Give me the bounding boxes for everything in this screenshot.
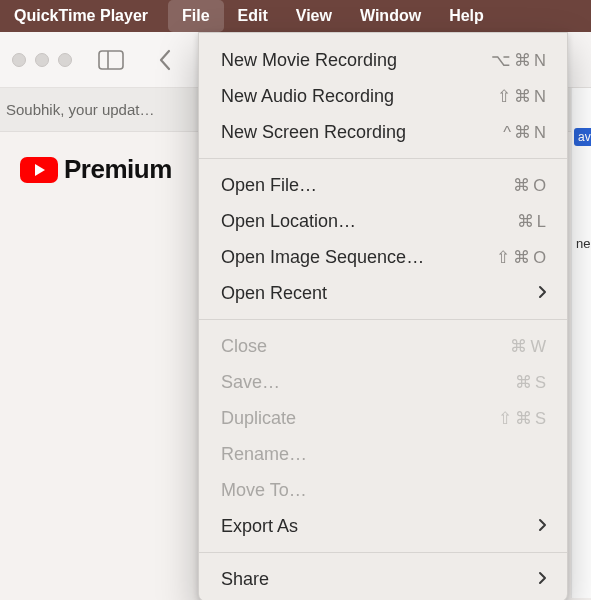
menu-item-label: Open Location… <box>221 211 517 232</box>
menu-item-shortcut: ⇧⌘O <box>496 248 547 267</box>
premium-text: Premium <box>64 154 172 185</box>
menu-item-shortcut: ⇧⌘N <box>497 87 547 106</box>
menu-view[interactable]: View <box>282 0 346 32</box>
sidebar-text-fragment: ne <box>576 236 590 251</box>
menu-item-shortcut: ⇧⌘S <box>498 409 547 428</box>
menu-item-move-to: Move To… <box>199 472 567 508</box>
menu-item-open-file[interactable]: Open File…⌘O <box>199 167 567 203</box>
menu-separator <box>199 158 567 159</box>
menu-item-close: Close⌘W <box>199 328 567 364</box>
chevron-right-icon <box>538 516 547 537</box>
menu-item-label: New Movie Recording <box>221 50 491 71</box>
menu-separator <box>199 319 567 320</box>
menu-item-open-image-sequence[interactable]: Open Image Sequence…⇧⌘O <box>199 239 567 275</box>
chevron-right-icon <box>538 569 547 590</box>
menu-item-label: Rename… <box>221 444 547 465</box>
menu-item-label: Save… <box>221 372 515 393</box>
menubar: QuickTime Player File Edit View Window H… <box>0 0 591 32</box>
menu-item-new-screen-recording[interactable]: New Screen Recording^⌘N <box>199 114 567 150</box>
back-button[interactable] <box>150 45 180 75</box>
window-minimize-icon[interactable] <box>35 53 49 67</box>
menu-item-label: Close <box>221 336 510 357</box>
chevron-right-icon <box>538 283 547 304</box>
menu-item-open-recent[interactable]: Open Recent <box>199 275 567 311</box>
menu-item-export-as[interactable]: Export As <box>199 508 567 544</box>
menu-item-save: Save…⌘S <box>199 364 567 400</box>
menu-item-new-movie-recording[interactable]: New Movie Recording⌥⌘N <box>199 42 567 78</box>
menu-edit[interactable]: Edit <box>224 0 282 32</box>
menu-item-new-audio-recording[interactable]: New Audio Recording⇧⌘N <box>199 78 567 114</box>
window-close-icon[interactable] <box>12 53 26 67</box>
menu-item-open-location[interactable]: Open Location…⌘L <box>199 203 567 239</box>
tab-title: Soubhik, your updat… <box>6 101 154 118</box>
menu-item-label: Duplicate <box>221 408 498 429</box>
right-sidebar-fragment: av ne <box>571 88 591 598</box>
menu-item-label: Export As <box>221 516 538 537</box>
youtube-play-icon <box>20 157 58 183</box>
menu-item-label: New Audio Recording <box>221 86 497 107</box>
menu-item-rename: Rename… <box>199 436 567 472</box>
sidebar-chip: av <box>574 128 591 146</box>
menu-item-share[interactable]: Share <box>199 561 567 597</box>
file-menu-dropdown: New Movie Recording⌥⌘NNew Audio Recordin… <box>198 32 568 600</box>
app-name: QuickTime Player <box>14 7 148 25</box>
menu-item-duplicate: Duplicate⇧⌘S <box>199 400 567 436</box>
menu-item-shortcut: ⌘O <box>513 176 547 195</box>
window-zoom-icon[interactable] <box>58 53 72 67</box>
svg-rect-0 <box>99 51 123 69</box>
menu-item-label: Share <box>221 569 538 590</box>
menu-file[interactable]: File <box>168 0 224 32</box>
menu-item-label: Open File… <box>221 175 513 196</box>
menu-item-label: New Screen Recording <box>221 122 503 143</box>
menu-help[interactable]: Help <box>435 0 498 32</box>
menu-item-shortcut: ⌥⌘N <box>491 51 547 70</box>
menu-item-label: Open Recent <box>221 283 538 304</box>
menu-item-shortcut: ⌘S <box>515 373 547 392</box>
menu-item-label: Move To… <box>221 480 547 501</box>
menu-separator <box>199 552 567 553</box>
menu-item-shortcut: ⌘L <box>517 212 547 231</box>
menu-item-label: Open Image Sequence… <box>221 247 496 268</box>
menu-item-shortcut: ^⌘N <box>503 123 547 142</box>
menu-window[interactable]: Window <box>346 0 435 32</box>
sidebar-toggle-icon[interactable] <box>96 45 126 75</box>
menu-item-shortcut: ⌘W <box>510 337 547 356</box>
window-traffic-lights[interactable] <box>8 53 72 67</box>
